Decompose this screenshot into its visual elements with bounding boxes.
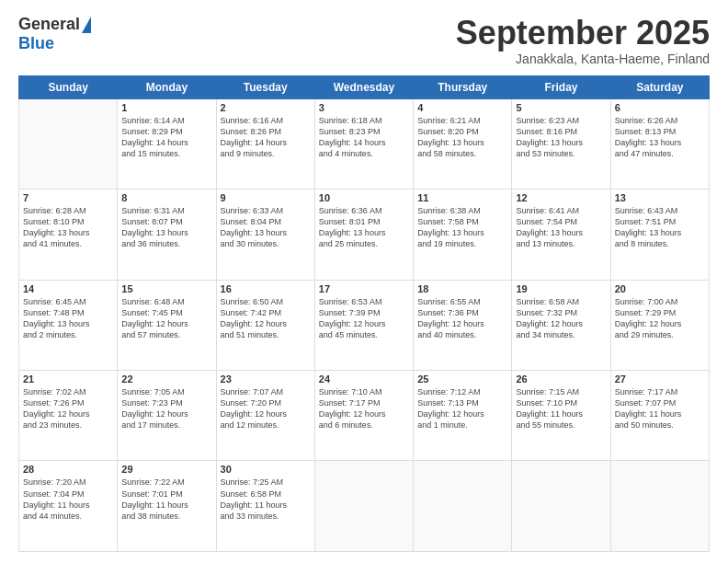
col-saturday: Saturday [610, 75, 709, 98]
cell-info: Sunrise: 7:15 AM Sunset: 7:10 PM Dayligh… [516, 386, 606, 431]
col-tuesday: Tuesday [216, 75, 314, 98]
table-row: 25Sunrise: 7:12 AM Sunset: 7:13 PM Dayli… [414, 371, 512, 461]
day-number: 27 [615, 373, 705, 385]
day-number: 17 [319, 283, 409, 294]
col-monday: Monday [118, 75, 216, 98]
cell-info: Sunrise: 6:14 AM Sunset: 8:29 PM Dayligh… [121, 115, 211, 160]
col-thursday: Thursday [414, 75, 512, 98]
table-row: 27Sunrise: 7:17 AM Sunset: 7:07 PM Dayli… [610, 371, 709, 461]
table-row: 13Sunrise: 6:43 AM Sunset: 7:51 PM Dayli… [610, 190, 709, 280]
cell-info: Sunrise: 6:36 AM Sunset: 8:01 PM Dayligh… [319, 205, 409, 250]
day-number: 28 [23, 464, 113, 475]
table-row [610, 461, 709, 552]
cell-info: Sunrise: 7:17 AM Sunset: 7:07 PM Dayligh… [615, 386, 705, 431]
day-number: 20 [615, 283, 705, 294]
table-row: 11Sunrise: 6:38 AM Sunset: 7:58 PM Dayli… [414, 190, 512, 280]
table-row [19, 98, 118, 189]
table-row: 15Sunrise: 6:48 AM Sunset: 7:45 PM Dayli… [118, 280, 216, 370]
cell-info: Sunrise: 6:41 AM Sunset: 7:54 PM Dayligh… [516, 205, 606, 250]
cell-info: Sunrise: 7:07 AM Sunset: 7:20 PM Dayligh… [221, 386, 311, 431]
cell-info: Sunrise: 7:02 AM Sunset: 7:26 PM Dayligh… [23, 386, 113, 431]
day-number: 22 [121, 373, 211, 385]
calendar-header-row: Sunday Monday Tuesday Wednesday Thursday… [19, 75, 710, 98]
col-wednesday: Wednesday [314, 75, 413, 98]
day-number: 12 [516, 192, 606, 203]
cell-info: Sunrise: 7:25 AM Sunset: 6:58 PM Dayligh… [221, 477, 311, 522]
cell-info: Sunrise: 7:00 AM Sunset: 7:29 PM Dayligh… [615, 296, 705, 341]
table-row: 30Sunrise: 7:25 AM Sunset: 6:58 PM Dayli… [216, 461, 314, 552]
day-number: 5 [516, 102, 606, 113]
cell-info: Sunrise: 6:16 AM Sunset: 8:26 PM Dayligh… [221, 115, 311, 160]
day-number: 30 [221, 464, 311, 475]
day-number: 3 [319, 102, 409, 113]
day-number: 16 [221, 283, 311, 294]
day-number: 19 [516, 283, 606, 294]
day-number: 29 [121, 464, 211, 475]
table-row: 24Sunrise: 7:10 AM Sunset: 7:17 PM Dayli… [314, 371, 413, 461]
cell-info: Sunrise: 6:26 AM Sunset: 8:13 PM Dayligh… [615, 115, 705, 160]
day-number: 8 [121, 192, 211, 203]
cell-info: Sunrise: 6:53 AM Sunset: 7:39 PM Dayligh… [319, 296, 409, 341]
table-row: 23Sunrise: 7:07 AM Sunset: 7:20 PM Dayli… [216, 371, 314, 461]
cell-info: Sunrise: 6:38 AM Sunset: 7:58 PM Dayligh… [417, 205, 507, 250]
table-row: 17Sunrise: 6:53 AM Sunset: 7:39 PM Dayli… [314, 280, 413, 370]
cell-info: Sunrise: 6:48 AM Sunset: 7:45 PM Dayligh… [121, 296, 211, 341]
table-row: 10Sunrise: 6:36 AM Sunset: 8:01 PM Dayli… [314, 190, 413, 280]
day-number: 9 [221, 192, 311, 203]
day-number: 1 [121, 102, 211, 113]
day-number: 13 [615, 192, 705, 203]
cell-info: Sunrise: 7:20 AM Sunset: 7:04 PM Dayligh… [23, 477, 113, 522]
table-row: 6Sunrise: 6:26 AM Sunset: 8:13 PM Daylig… [610, 98, 709, 189]
table-row: 4Sunrise: 6:21 AM Sunset: 8:20 PM Daylig… [414, 98, 512, 189]
cell-info: Sunrise: 7:22 AM Sunset: 7:01 PM Dayligh… [121, 477, 211, 522]
table-row: 20Sunrise: 7:00 AM Sunset: 7:29 PM Dayli… [610, 280, 709, 370]
cell-info: Sunrise: 6:18 AM Sunset: 8:23 PM Dayligh… [319, 115, 409, 160]
cell-info: Sunrise: 6:55 AM Sunset: 7:36 PM Dayligh… [417, 296, 507, 341]
table-row: 7Sunrise: 6:28 AM Sunset: 8:10 PM Daylig… [19, 190, 118, 280]
day-number: 14 [23, 283, 113, 294]
table-row: 29Sunrise: 7:22 AM Sunset: 7:01 PM Dayli… [118, 461, 216, 552]
title-block: September 2025 Janakkala, Kanta-Haeme, F… [456, 15, 710, 66]
table-row: 16Sunrise: 6:50 AM Sunset: 7:42 PM Dayli… [216, 280, 314, 370]
header: General Blue September 2025 Janakkala, K… [18, 15, 710, 66]
day-number: 23 [221, 373, 311, 385]
table-row: 14Sunrise: 6:45 AM Sunset: 7:48 PM Dayli… [19, 280, 118, 370]
month-title: September 2025 [456, 15, 710, 52]
day-number: 11 [417, 192, 507, 203]
table-row: 5Sunrise: 6:23 AM Sunset: 8:16 PM Daylig… [512, 98, 610, 189]
table-row: 28Sunrise: 7:20 AM Sunset: 7:04 PM Dayli… [19, 461, 118, 552]
cell-info: Sunrise: 7:10 AM Sunset: 7:17 PM Dayligh… [319, 386, 409, 431]
cell-info: Sunrise: 6:31 AM Sunset: 8:07 PM Dayligh… [121, 205, 211, 250]
day-number: 6 [615, 102, 705, 113]
cell-info: Sunrise: 6:23 AM Sunset: 8:16 PM Dayligh… [516, 115, 606, 160]
table-row: 2Sunrise: 6:16 AM Sunset: 8:26 PM Daylig… [216, 98, 314, 189]
calendar-week-row: 21Sunrise: 7:02 AM Sunset: 7:26 PM Dayli… [19, 371, 710, 461]
table-row: 8Sunrise: 6:31 AM Sunset: 8:07 PM Daylig… [118, 190, 216, 280]
logo-general-text: General [18, 15, 80, 34]
day-number: 18 [417, 283, 507, 294]
table-row: 19Sunrise: 6:58 AM Sunset: 7:32 PM Dayli… [512, 280, 610, 370]
logo-triangle-icon [82, 17, 91, 33]
table-row [314, 461, 413, 552]
table-row: 18Sunrise: 6:55 AM Sunset: 7:36 PM Dayli… [414, 280, 512, 370]
day-number: 21 [23, 373, 113, 385]
table-row: 21Sunrise: 7:02 AM Sunset: 7:26 PM Dayli… [19, 371, 118, 461]
cell-info: Sunrise: 6:28 AM Sunset: 8:10 PM Dayligh… [23, 205, 113, 250]
page: General Blue September 2025 Janakkala, K… [0, 0, 728, 563]
calendar-week-row: 28Sunrise: 7:20 AM Sunset: 7:04 PM Dayli… [19, 461, 710, 552]
day-number: 24 [319, 373, 409, 385]
table-row: 1Sunrise: 6:14 AM Sunset: 8:29 PM Daylig… [118, 98, 216, 189]
calendar-table: Sunday Monday Tuesday Wednesday Thursday… [18, 75, 710, 552]
table-row: 9Sunrise: 6:33 AM Sunset: 8:04 PM Daylig… [216, 190, 314, 280]
calendar-week-row: 14Sunrise: 6:45 AM Sunset: 7:48 PM Dayli… [19, 280, 710, 370]
location-text: Janakkala, Kanta-Haeme, Finland [456, 52, 710, 66]
day-number: 15 [121, 283, 211, 294]
day-number: 10 [319, 192, 409, 203]
day-number: 4 [417, 102, 507, 113]
day-number: 26 [516, 373, 606, 385]
calendar-week-row: 7Sunrise: 6:28 AM Sunset: 8:10 PM Daylig… [19, 190, 710, 280]
table-row: 3Sunrise: 6:18 AM Sunset: 8:23 PM Daylig… [314, 98, 413, 189]
logo: General Blue [18, 15, 91, 53]
table-row [414, 461, 512, 552]
cell-info: Sunrise: 6:43 AM Sunset: 7:51 PM Dayligh… [615, 205, 705, 250]
